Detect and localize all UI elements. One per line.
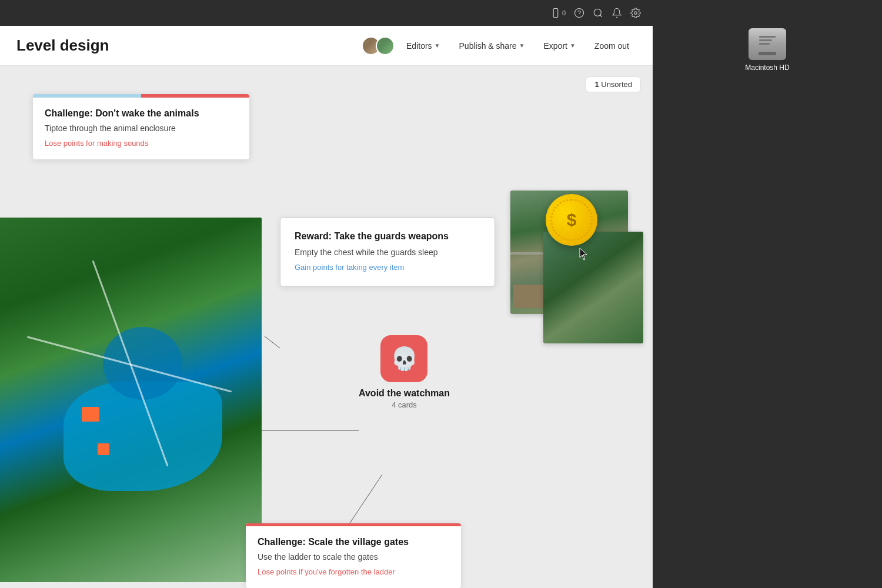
avatar-2 — [376, 36, 395, 55]
header: Level design Editors ▼ Publish & share ▼… — [0, 26, 653, 66]
coin-dollar: $ — [567, 211, 577, 229]
hd-graphic — [749, 28, 786, 60]
card-challenge-2: Challenge: Scale the village gates Use t… — [246, 523, 461, 588]
card-tab-red — [141, 94, 249, 98]
skull-cards-count: 4 cards — [392, 400, 417, 409]
topbar: 0 — [0, 0, 653, 26]
mac-hd-item[interactable]: Macintosh HD — [740, 24, 794, 76]
search-icon[interactable] — [593, 8, 603, 18]
avatar-group[interactable] — [362, 36, 395, 55]
svg-line-8 — [265, 336, 280, 348]
coin-inner: $ — [550, 199, 593, 241]
card-tab-bar — [33, 94, 249, 98]
skull-label: Avoid the watchman — [359, 388, 450, 399]
aerial-img — [0, 218, 262, 582]
phone-badge: 0 — [562, 9, 566, 16]
aerial-building-1 — [82, 407, 99, 422]
phone-icon[interactable]: 0 — [550, 8, 566, 18]
svg-point-6 — [634, 12, 637, 15]
coin-circle: $ — [546, 194, 597, 246]
help-icon[interactable] — [574, 8, 584, 18]
export-chevron: ▼ — [570, 42, 576, 49]
card-tab-blue — [33, 94, 141, 98]
challenge-1-link[interactable]: Lose points for making sounds — [45, 139, 238, 148]
svg-point-4 — [594, 9, 601, 16]
export-button[interactable]: Export ▼ — [536, 38, 582, 54]
bell-icon[interactable] — [612, 8, 622, 18]
unsorted-badge[interactable]: 1 Unsorted — [586, 76, 641, 92]
challenge-2-desc: Use the ladder to scale the gates — [258, 552, 449, 562]
publish-chevron: ▼ — [519, 42, 525, 49]
reward-desc: Empty the chest while the guards sleep — [295, 248, 480, 257]
reward-title: Reward: Take the guards weapons — [295, 231, 480, 242]
card-challenge-1: Challenge: Don't wake the animals Tiptoe… — [33, 94, 249, 159]
settings-icon[interactable] — [630, 8, 641, 18]
challenge-1-title: Challenge: Don't wake the animals — [45, 108, 238, 119]
challenge-2-link[interactable]: Lose points if you've forgotten the ladd… — [258, 567, 449, 576]
skull-icon: 💀 — [390, 346, 418, 372]
reward-link[interactable]: Gain points for taking every item — [295, 263, 480, 272]
svg-rect-0 — [553, 9, 558, 18]
aerial-photo — [0, 218, 262, 582]
publish-share-button[interactable]: Publish & share ▼ — [452, 38, 532, 54]
canvas: 1 Unsorted Challenge: Don't wake the ani… — [0, 66, 653, 588]
header-right: Editors ▼ Publish & share ▼ Export ▼ Zoo… — [362, 36, 636, 55]
photo-2 — [543, 232, 643, 343]
hd-lines — [759, 36, 776, 45]
challenge-2-title: Challenge: Scale the village gates — [258, 537, 449, 547]
svg-point-2 — [575, 9, 584, 18]
challenge-1-desc: Tiptoe through the animal enclosure — [45, 123, 238, 133]
card-reward: Reward: Take the guards weapons Empty th… — [280, 218, 495, 286]
aerial-building-2 — [98, 443, 109, 455]
page-title: Level design — [16, 36, 362, 55]
unsorted-num: 1 — [594, 80, 599, 89]
zoom-out-button[interactable]: Zoom out — [587, 38, 636, 54]
editors-chevron: ▼ — [435, 42, 440, 49]
editors-button[interactable]: Editors ▼ — [399, 38, 447, 54]
svg-line-5 — [600, 15, 602, 16]
mac-desktop: Macintosh HD — [653, 0, 882, 588]
mac-hd-label: Macintosh HD — [745, 64, 789, 72]
coin-icon[interactable]: $ — [546, 194, 597, 246]
skull-group[interactable]: 💀 Avoid the watchman 4 cards — [359, 335, 450, 409]
aerial-pool-2 — [103, 327, 182, 400]
skull-icon-box[interactable]: 💀 — [380, 335, 427, 382]
